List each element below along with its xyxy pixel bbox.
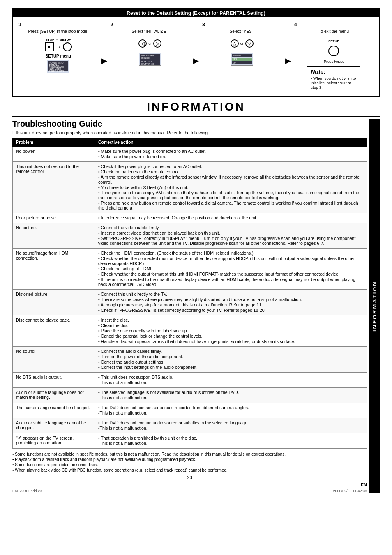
step-2-img: ◁ or ▷ (138, 39, 161, 48)
step-1-desc: Press [SETUP] in the stop mode. (28, 29, 88, 34)
arrow-step1: → (55, 44, 61, 50)
left-arrow-btn: ◁ (138, 39, 147, 48)
action-cell: • That operation is prohibited by this u… (95, 433, 367, 449)
action-cell: • This unit does not support DTS audio.-… (95, 373, 367, 388)
step-3-img: △ or ▽ (231, 39, 254, 48)
note-text: • When you do not wish to initialize, se… (311, 76, 357, 90)
problem-cell: "×" appears on the TV screen, prohibitin… (13, 433, 95, 449)
footer-note: • Some functions are not available in sp… (12, 452, 367, 456)
troubleshooting-table: Problem Corrective action No power.• Mak… (12, 138, 367, 449)
problem-cell: Audio or subtitle language does not matc… (13, 388, 95, 403)
table-row: Disc cannot be played back.• Insert the … (13, 315, 367, 347)
table-row: No sound/image from HDMI connection.• Ch… (13, 249, 367, 290)
action-cell: • Insert the disc.• Clean the disc.• Pla… (95, 315, 367, 347)
problem-cell: Audio or subtitle language cannot be cha… (13, 418, 95, 433)
setup-screen: PLAYER MENU ENGLISH TV ASPECT CLUTTER IS… (47, 60, 69, 73)
press-twice: Press twice. (324, 60, 344, 64)
action-cell: • Connect the video cable firmly.• Inser… (95, 223, 367, 249)
col-action: Corrective action (95, 138, 367, 147)
step-4-number: 4 (294, 21, 297, 28)
reset-title: Reset to the Default Setting (Except for… (13, 9, 379, 17)
table-row: "×" appears on the TV screen, prohibitin… (13, 433, 367, 449)
action-cell: • Check the HDMI connection. (Check the … (95, 249, 367, 290)
step-1-number: 1 (18, 21, 21, 28)
step-3-number: 3 (202, 21, 205, 28)
setup-label-top: SETUP (60, 38, 71, 41)
action-cell: • Connect the audio cables firmly.• Turn… (95, 347, 367, 373)
footer-note: • Some functions are prohibited on some … (12, 463, 367, 467)
page-number: – 23 – (12, 475, 367, 480)
step-4-desc: To exit the menu (319, 29, 349, 34)
problem-cell: This unit does not respond to the remote… (13, 162, 95, 213)
step-2-desc: Select "INITIALIZE". (131, 29, 168, 34)
en-label: EN (12, 482, 367, 487)
or-label-1: or (148, 41, 152, 46)
setup-menu-label: SETUP menu (45, 54, 71, 58)
problem-cell: No picture. (13, 223, 95, 249)
problem-cell: Poor picture or noise. (13, 213, 95, 223)
file-info-right: 2008/02/20 11:42:38 (333, 489, 367, 493)
action-cell: • Make sure the power plug is connected … (95, 147, 367, 162)
arrow-3-4: ▶ (285, 21, 291, 92)
problem-cell: No sound. (13, 347, 95, 373)
table-row: No DTS audio is output.• This unit does … (13, 373, 367, 388)
table-row: This unit does not respond to the remote… (13, 162, 367, 213)
note-box: Note: • When you do not wish to initiali… (307, 66, 360, 92)
file-info: E6E72UD.indd 23 2008/02/20 11:42:38 (12, 489, 367, 493)
ok-btn-step4 (328, 46, 339, 56)
right-arrow-btn: ▷ (153, 39, 161, 48)
col-problem: Problem (13, 138, 95, 147)
step-1-img: STOP → SETUP ■ → (45, 38, 72, 51)
intro-text: If this unit does not perform properly w… (12, 130, 367, 135)
step-3-desc: Select "YES". (230, 29, 254, 34)
action-cell: • Interference signal may be received. C… (95, 213, 367, 223)
problem-cell: The camera angle cannot be changed. (13, 403, 95, 418)
main-content: Troubleshooting Guide If this unit does … (12, 119, 367, 493)
step-4-img: SETUP (328, 39, 339, 56)
down-arrow-btn: ▽ (245, 39, 254, 48)
table-row: No picture.• Connect the video cable fir… (13, 223, 367, 249)
table-row: Distorted picture.• Connect this unit di… (13, 290, 367, 315)
table-row: Audio or subtitle language does not matc… (13, 388, 367, 403)
problem-cell: No sound/image from HDMI connection. (13, 249, 95, 290)
reset-section: Reset to the Default Setting (Except for… (12, 8, 380, 97)
action-cell: • The DVD does not contain sequences rec… (95, 403, 367, 418)
arrow-2-3: ▶ (193, 21, 199, 92)
action-cell: • Connect this unit directly to the TV.•… (95, 290, 367, 315)
up-arrow-btn: △ (231, 39, 239, 48)
troubleshooting-title: Troubleshooting Guide (12, 119, 367, 129)
step-2: 2 Select "INITIALIZE". ◁ or ▷ PLAYER MEN… (107, 21, 194, 92)
main-wrapper: Troubleshooting Guide If this unit does … (12, 119, 380, 493)
step2-screen: PLAYER MENU ENGLISH TV ASPECT CLUTTER IS… (139, 53, 161, 66)
problem-cell: Distorted picture. (13, 290, 95, 315)
problem-cell: No DTS audio is output. (13, 373, 95, 388)
step3-screen: Initialize? YES NO (231, 53, 253, 66)
setup-label-step4: SETUP (328, 39, 339, 43)
footer-note: • Playback from a desired track and rand… (12, 457, 367, 462)
info-sidebar: INFORMATION (369, 119, 380, 493)
step-2-number: 2 (111, 21, 113, 28)
note-label: Note: (311, 69, 325, 75)
step-1: 1 Press [SETUP] in the stop mode. STOP →… (15, 21, 101, 92)
action-cell: • The DVD does not contain audio source … (95, 418, 367, 433)
problem-cell: No power. (13, 147, 95, 162)
table-row: Audio or subtitle language cannot be cha… (13, 418, 367, 433)
stop-label: STOP (46, 38, 55, 41)
footer-note: • When playing back video CD with PBC fu… (12, 468, 367, 472)
step-3: 3 Select "YES". △ or ▽ Initialize? YES N… (199, 21, 285, 92)
setup-button-step1 (63, 42, 72, 51)
table-row: No power.• Make sure the power plug is c… (13, 147, 367, 162)
stop-button: ■ (45, 42, 54, 51)
action-cell: • Check if the power plug is connected t… (95, 162, 367, 213)
information-heading: INFORMATION (12, 100, 380, 113)
arrow-icon: → (55, 38, 59, 41)
table-row: Poor picture or noise.• Interference sig… (13, 213, 367, 223)
reset-steps: 1 Press [SETUP] in the stop mode. STOP →… (13, 17, 379, 96)
table-row: The camera angle cannot be changed.• The… (13, 403, 367, 418)
problem-cell: Disc cannot be played back. (13, 315, 95, 347)
divider (12, 116, 380, 117)
step-4: 4 To exit the menu SETUP Press twice. No… (291, 21, 377, 92)
footer-notes: • Some functions are not available in sp… (12, 452, 367, 472)
arrow-1-2: ▶ (101, 21, 107, 92)
file-info-left: E6E72UD.indd 23 (12, 489, 42, 493)
